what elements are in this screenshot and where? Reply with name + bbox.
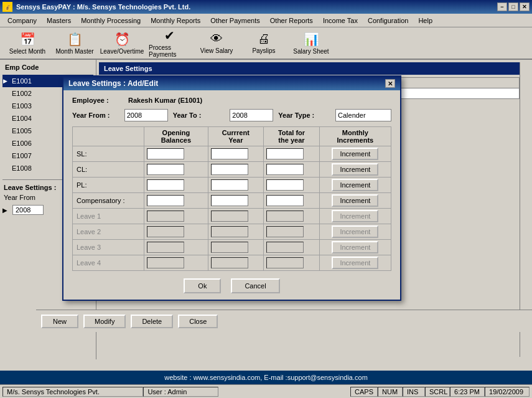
col-opening-header: OpeningBalances [144, 127, 208, 146]
opening-balance-input-0[interactable] [147, 148, 184, 159]
opening-balance-input-2[interactable] [147, 179, 184, 191]
status-time: 6:23 PM [450, 387, 485, 397]
increment-button-7: Increment [332, 257, 378, 269]
menu-help[interactable]: Help [413, 16, 437, 26]
total-input-0[interactable] [266, 148, 304, 159]
current-year-input-1[interactable] [211, 164, 248, 175]
select-month-icon: 📅 [20, 32, 35, 47]
dialog-close-button[interactable]: ✕ [385, 79, 395, 88]
leave-table-container: OpeningBalances CurrrentYear Total forth… [72, 126, 391, 271]
leave-type-label-5: Leave 2 [75, 228, 101, 235]
current-year-input-4 [211, 211, 248, 222]
dialog-title-text: Leave Settings : Add/Edit [68, 79, 158, 88]
increment-button-2[interactable]: Increment [332, 179, 378, 191]
year-type-input[interactable] [335, 109, 391, 121]
modify-button[interactable]: Modify [83, 315, 126, 328]
payslips-icon: 🖨 [258, 32, 270, 46]
status-ins: INS [403, 387, 425, 397]
leave-overtime-icon: ⏰ [114, 32, 130, 47]
close-button[interactable]: Close [178, 315, 218, 328]
year-to-input[interactable] [230, 109, 273, 121]
menu-masters[interactable]: Masters [42, 16, 76, 26]
menu-monthly-reports[interactable]: Monthly Reports [146, 16, 205, 26]
col-type-header [73, 127, 144, 146]
total-input-5 [266, 226, 304, 237]
ok-button[interactable]: Ok [184, 278, 221, 293]
increment-button-6: Increment [332, 241, 378, 253]
dialog-body: Employee : Rakesh Kumar (E1001) Year Fro… [63, 90, 400, 300]
leave-type-label-0: SL: [75, 150, 87, 158]
current-year-input-3[interactable] [211, 195, 248, 206]
close-button[interactable]: ✕ [520, 2, 530, 11]
view-salary-button[interactable]: 👁 View Salary [194, 29, 239, 57]
increment-button-1[interactable]: Increment [332, 163, 378, 176]
increment-button-4: Increment [332, 210, 378, 222]
status-bar: M/s. Sensys Technologies Pvt. User : Adm… [0, 384, 532, 398]
opening-balance-input-5 [147, 226, 184, 237]
increment-button-3[interactable]: Increment [332, 194, 378, 207]
cancel-button[interactable]: Cancel [231, 278, 279, 293]
month-master-button[interactable]: 📋 Month Master [52, 29, 97, 57]
leave-type-label-1: CL: [75, 166, 87, 173]
status-user: User : Admin [143, 387, 218, 397]
year-value: 2008 [12, 205, 44, 215]
leave-overtime-button[interactable]: ⏰ Leave/Overtime [100, 29, 144, 57]
leave-type-label-3: Compensatory : [75, 197, 125, 204]
month-master-label: Month Master [55, 48, 93, 55]
total-input-6 [266, 242, 304, 253]
window-controls: − □ ✕ [497, 2, 530, 11]
select-month-button[interactable]: 📅 Select Month [5, 29, 50, 57]
leave-type-label-4: Leave 1 [75, 212, 101, 220]
website-bar: website : www.sensysindia.com, E-mail :s… [0, 371, 532, 384]
select-month-label: Select Month [9, 48, 45, 55]
menu-other-reports[interactable]: Other Reports [265, 16, 318, 26]
year-row-arrow: ▶ [2, 207, 10, 214]
total-input-3[interactable] [266, 195, 304, 206]
leave-type-label-7: Leave 4 [75, 259, 101, 267]
year-from-input[interactable] [124, 109, 168, 121]
app-icon: 💰 [2, 2, 12, 12]
process-payments-button[interactable]: ✔ Process Payments [147, 29, 192, 57]
total-input-1[interactable] [266, 164, 304, 175]
maximize-button[interactable]: □ [508, 2, 518, 11]
current-year-input-5 [211, 226, 248, 237]
status-scrl: SCRL [425, 387, 450, 397]
year-to-field-label: Year To : [173, 111, 225, 119]
menu-income-tax[interactable]: Income Tax [318, 16, 363, 26]
data-header: Leave Settings [99, 62, 520, 75]
employee-row: Employee : Rakesh Kumar (E1001) [72, 97, 391, 104]
col-monthly-header: MonthlyIncrements [319, 127, 391, 146]
month-master-icon: 📋 [67, 32, 83, 47]
menu-company[interactable]: Company [2, 16, 42, 26]
bottom-bar: New Modify Delete Close [36, 310, 532, 332]
total-input-2[interactable] [266, 179, 304, 191]
dialog-buttons: Ok Cancel [72, 278, 391, 293]
menu-monthly-processing[interactable]: Monthly Processing [76, 16, 146, 26]
increment-button-0[interactable]: Increment [332, 148, 378, 160]
opening-balance-input-1[interactable] [147, 164, 184, 175]
payslips-button[interactable]: 🖨 Payslips [241, 29, 286, 57]
col-current-year-header: CurrrentYear [208, 127, 264, 146]
app-title: Sensys EasyPAY : M/s. Sensys Technologie… [16, 3, 497, 11]
status-company: M/s. Sensys Technologies Pvt. [2, 387, 143, 397]
payslips-label: Payslips [252, 47, 275, 54]
view-salary-label: View Salary [200, 47, 233, 54]
current-year-input-0[interactable] [211, 148, 248, 159]
opening-balance-input-3[interactable] [147, 195, 184, 206]
year-from-label: Year From [4, 194, 35, 201]
delete-button[interactable]: Delete [131, 315, 173, 328]
status-date: 19/02/2009 [485, 387, 530, 397]
leave-type-label-6: Leave 3 [75, 244, 101, 251]
total-input-7 [266, 257, 304, 268]
title-bar: 💰 Sensys EasyPAY : M/s. Sensys Technolog… [0, 0, 532, 14]
salary-sheet-button[interactable]: 📊 Salary Sheet [289, 29, 334, 57]
minimize-button[interactable]: − [497, 2, 507, 11]
menu-other-payments[interactable]: Other Payments [205, 16, 264, 26]
leave-table: OpeningBalances CurrrentYear Total forth… [72, 126, 391, 271]
menu-configuration[interactable]: Configuration [363, 16, 413, 26]
current-year-input-2[interactable] [211, 179, 248, 191]
salary-sheet-icon: 📊 [304, 32, 319, 47]
status-num: NUM [378, 387, 403, 397]
process-payments-icon: ✔ [164, 28, 175, 43]
new-button[interactable]: New [41, 315, 78, 328]
